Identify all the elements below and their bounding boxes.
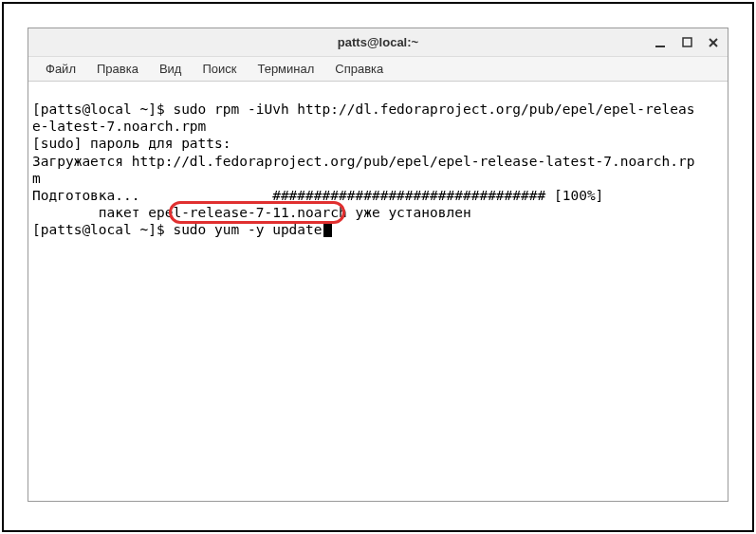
minimize-button[interactable] <box>654 36 667 49</box>
menu-edit[interactable]: Правка <box>87 59 148 79</box>
terminal-window: patts@local:~ Файл Правка Вид Поиск Терм… <box>28 28 728 502</box>
close-button[interactable] <box>707 36 720 49</box>
menubar: Файл Правка Вид Поиск Терминал Справка <box>28 57 728 82</box>
terminal-prompt: [patts@local ~]$ <box>32 222 173 237</box>
outer-frame: patts@local:~ Файл Правка Вид Поиск Терм… <box>2 2 754 532</box>
menu-file[interactable]: Файл <box>36 59 85 79</box>
terminal-output-line: Загружается http://dl.fedoraproject.org/… <box>32 153 724 170</box>
terminal-cursor <box>323 221 332 237</box>
menu-search[interactable]: Поиск <box>193 59 246 79</box>
terminal-command: sudo yum -y update <box>173 222 322 237</box>
terminal-output-line: [sudo] пароль для patts: <box>32 135 724 152</box>
menu-terminal[interactable]: Терминал <box>248 59 323 79</box>
svg-rect-1 <box>683 38 691 46</box>
terminal-output-line: m <box>32 170 724 187</box>
titlebar[interactable]: patts@local:~ <box>28 28 728 57</box>
menu-help[interactable]: Справка <box>325 59 393 79</box>
window-controls <box>654 36 720 49</box>
terminal-output-line: пакет epel-release-7-11.noarch уже устан… <box>32 204 724 221</box>
window-title: patts@local:~ <box>338 35 418 49</box>
terminal-body[interactable]: [patts@local ~]$ sudo rpm -iUvh http://d… <box>28 82 728 501</box>
svg-rect-0 <box>655 46 665 47</box>
terminal-prompt-line: [patts@local ~]$ sudo yum -y update <box>32 221 724 238</box>
menu-view[interactable]: Вид <box>150 59 192 79</box>
terminal-output-line: [patts@local ~]$ sudo rpm -iUvh http://d… <box>32 101 724 118</box>
terminal-output-line: e-latest-7.noarch.rpm <box>32 118 724 135</box>
terminal-output-line: Подготовка... ##########################… <box>32 187 724 204</box>
maximize-button[interactable] <box>680 36 693 49</box>
